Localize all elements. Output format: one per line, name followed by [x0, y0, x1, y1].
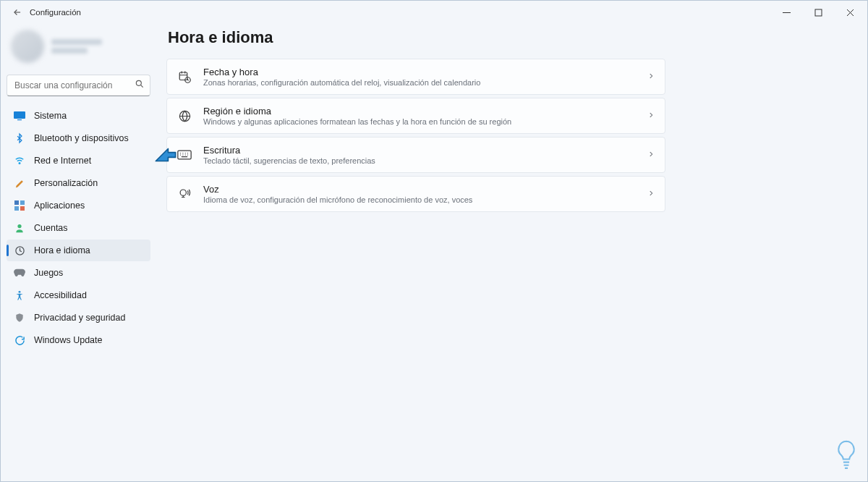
sidebar-item-label: Hora e idioma	[34, 245, 90, 255]
card-text: Fecha y hora Zonas horarias, configuraci…	[203, 67, 480, 87]
shield-icon	[14, 312, 25, 324]
globe-icon	[177, 109, 192, 123]
window-controls	[770, 1, 866, 23]
calendar-clock-icon	[177, 70, 192, 83]
user-profile[interactable]	[7, 25, 150, 70]
card-subtitle: Zonas horarias, configuración automática…	[203, 78, 480, 87]
user-info	[51, 39, 102, 54]
sidebar-item-label: Personalización	[34, 178, 98, 188]
avatar	[11, 30, 44, 63]
settings-cards: Fecha y hora Zonas horarias, configuraci…	[166, 59, 665, 212]
svg-rect-15	[178, 151, 191, 159]
sidebar-item-accounts[interactable]: Cuentas	[7, 217, 150, 239]
back-button[interactable]	[8, 3, 27, 22]
settings-window: Configuración	[0, 0, 868, 482]
card-date-time[interactable]: Fecha y hora Zonas horarias, configuraci…	[166, 59, 665, 95]
chevron-right-icon	[647, 148, 655, 161]
sidebar-item-privacy[interactable]: Privacidad y seguridad	[7, 307, 150, 329]
sidebar-item-label: Aplicaciones	[34, 200, 85, 211]
card-subtitle: Windows y algunas aplicaciones formatean…	[203, 117, 511, 126]
maximize-button[interactable]	[802, 1, 834, 23]
close-icon	[846, 9, 854, 17]
card-subtitle: Idioma de voz, configuración del micrófo…	[203, 195, 472, 204]
chevron-right-icon	[647, 109, 655, 122]
sidebar-item-label: Accesibilidad	[34, 290, 87, 300]
svg-point-16	[180, 190, 186, 195]
search-input[interactable]	[7, 75, 150, 96]
minimize-button[interactable]	[770, 1, 802, 23]
svg-point-9	[17, 224, 21, 227]
svg-rect-2	[14, 111, 25, 119]
svg-rect-12	[179, 72, 187, 80]
svg-rect-3	[17, 119, 22, 120]
svg-rect-7	[14, 206, 19, 211]
sidebar-item-bluetooth[interactable]: Bluetooth y dispositivos	[7, 127, 150, 149]
svg-rect-0	[815, 9, 822, 16]
wifi-icon	[14, 155, 25, 166]
window-title: Configuración	[30, 8, 81, 17]
card-title: Escritura	[203, 145, 375, 156]
svg-point-11	[19, 291, 21, 293]
sidebar-item-label: Cuentas	[34, 223, 68, 233]
svg-point-4	[19, 163, 20, 164]
sidebar-item-accessibility[interactable]: Accesibilidad	[7, 284, 150, 306]
sidebar-nav: Sistema Bluetooth y dispositivos Red e I…	[7, 105, 150, 351]
card-text: Escritura Teclado táctil, sugerencias de…	[203, 145, 375, 165]
mic-speech-icon	[177, 187, 192, 200]
card-title: Voz	[203, 184, 472, 195]
gamepad-icon	[14, 267, 25, 279]
minimize-icon	[783, 9, 791, 17]
sidebar-item-personalization[interactable]: Personalización	[7, 172, 150, 194]
sidebar-item-windows-update[interactable]: Windows Update	[7, 329, 150, 351]
sidebar-item-label: Sistema	[34, 111, 67, 121]
keyboard-icon	[177, 150, 192, 160]
sidebar-item-time-language[interactable]: Hora e idioma	[7, 240, 150, 261]
chevron-right-icon	[647, 187, 655, 200]
update-icon	[14, 334, 25, 346]
card-subtitle: Teclado táctil, sugerencias de texto, pr…	[203, 156, 375, 165]
person-icon	[14, 222, 25, 234]
sidebar-item-label: Windows Update	[34, 335, 103, 345]
sidebar-item-label: Bluetooth y dispositivos	[34, 133, 129, 143]
sidebar-item-apps[interactable]: Aplicaciones	[7, 195, 150, 216]
sidebar-item-label: Juegos	[34, 268, 63, 278]
back-arrow-icon	[12, 7, 22, 17]
sidebar-item-label: Privacidad y seguridad	[34, 313, 125, 323]
display-icon	[14, 110, 25, 122]
card-typing[interactable]: Escritura Teclado táctil, sugerencias de…	[166, 137, 665, 173]
svg-rect-5	[14, 200, 19, 205]
sidebar-item-network[interactable]: Red e Internet	[7, 150, 150, 172]
chevron-right-icon	[647, 70, 655, 83]
sidebar-item-gaming[interactable]: Juegos	[7, 262, 150, 284]
apps-icon	[14, 200, 25, 211]
main-content: Hora e idioma Fecha y hora Zonas horaria…	[156, 24, 867, 481]
card-title: Región e idioma	[203, 106, 511, 117]
sidebar: Sistema Bluetooth y dispositivos Red e I…	[1, 24, 156, 481]
card-speech[interactable]: Voz Idioma de voz, configuración del mic…	[166, 176, 665, 212]
bluetooth-icon	[14, 132, 25, 144]
card-region-language[interactable]: Región e idioma Windows y algunas aplica…	[166, 98, 665, 134]
window-body: Sistema Bluetooth y dispositivos Red e I…	[1, 24, 867, 481]
tips-bulb-icon[interactable]	[834, 439, 859, 474]
clock-globe-icon	[14, 245, 25, 256]
search-box[interactable]	[7, 75, 150, 96]
sidebar-item-system[interactable]: Sistema	[7, 105, 150, 127]
accessibility-icon	[14, 289, 25, 301]
close-button[interactable]	[834, 1, 866, 23]
sidebar-item-label: Red e Internet	[34, 156, 91, 166]
card-text: Región e idioma Windows y algunas aplica…	[203, 106, 511, 126]
card-title: Fecha y hora	[203, 67, 480, 77]
card-text: Voz Idioma de voz, configuración del mic…	[203, 184, 472, 204]
titlebar: Configuración	[1, 1, 867, 24]
svg-rect-8	[20, 206, 25, 211]
maximize-icon	[814, 9, 822, 17]
search-icon	[135, 79, 145, 92]
svg-point-1	[136, 80, 141, 85]
paintbrush-icon	[14, 177, 25, 189]
page-title: Hora e idioma	[168, 28, 853, 47]
svg-rect-6	[20, 200, 25, 205]
